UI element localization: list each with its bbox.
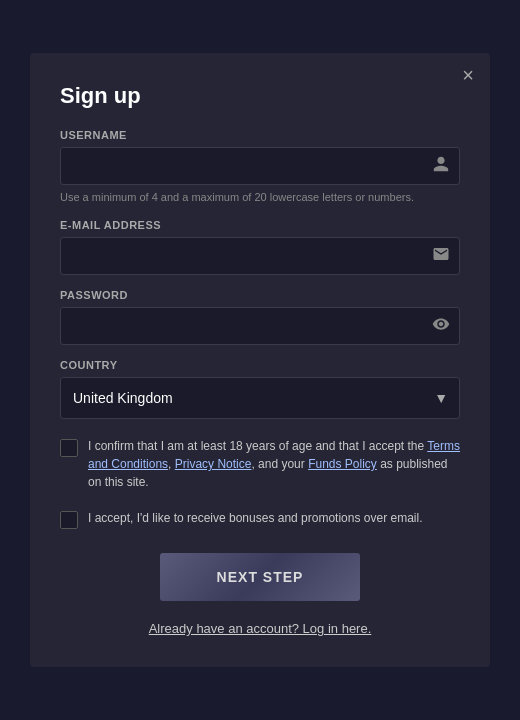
- password-input[interactable]: [60, 307, 460, 345]
- login-link[interactable]: Already have an account? Log in here.: [149, 621, 372, 636]
- email-input[interactable]: [60, 237, 460, 275]
- username-label: USERNAME: [60, 129, 460, 141]
- next-step-button[interactable]: NEXT STEP: [160, 553, 360, 601]
- country-label: COUNTRY: [60, 359, 460, 371]
- terms-label: I confirm that I am at least 18 years of…: [88, 437, 460, 491]
- funds-policy-link[interactable]: Funds Policy: [308, 457, 377, 471]
- login-link-container: Already have an account? Log in here.: [60, 619, 460, 637]
- promotions-checkbox-row: I accept, I'd like to receive bonuses an…: [60, 509, 460, 529]
- username-hint: Use a minimum of 4 and a maximum of 20 l…: [60, 190, 460, 205]
- email-field-wrapper: [60, 237, 460, 275]
- promotions-label: I accept, I'd like to receive bonuses an…: [88, 509, 422, 527]
- terms-checkbox-row: I confirm that I am at least 18 years of…: [60, 437, 460, 491]
- signup-modal: × Sign up USERNAME Use a minimum of 4 an…: [30, 53, 490, 667]
- close-button[interactable]: ×: [462, 65, 474, 85]
- promotions-checkbox[interactable]: [60, 511, 78, 529]
- password-label: PASSWORD: [60, 289, 460, 301]
- username-input[interactable]: [60, 147, 460, 185]
- password-field-wrapper: [60, 307, 460, 345]
- country-select-wrapper: United Kingdom United States Canada Aust…: [60, 377, 460, 419]
- privacy-link[interactable]: Privacy Notice: [175, 457, 252, 471]
- terms-link[interactable]: Terms and Conditions: [88, 439, 460, 471]
- eye-icon[interactable]: [432, 315, 450, 337]
- email-label: E-MAIL ADDRESS: [60, 219, 460, 231]
- country-select[interactable]: United Kingdom United States Canada Aust…: [60, 377, 460, 419]
- username-field-wrapper: [60, 147, 460, 185]
- modal-title: Sign up: [60, 83, 460, 109]
- terms-checkbox[interactable]: [60, 439, 78, 457]
